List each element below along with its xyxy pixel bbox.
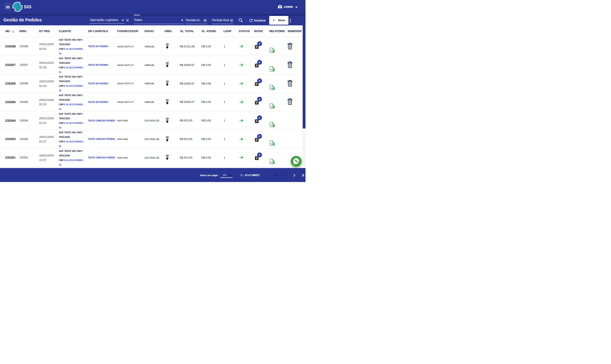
svg-text:x: x [271,50,272,52]
svg-text:x: x [271,68,272,71]
svg-text:x: x [271,105,272,108]
svg-text:x: x [271,87,272,89]
svg-text:x: x [271,124,272,127]
svg-text:x: x [271,161,272,163]
svg-text:x: x [271,143,272,145]
